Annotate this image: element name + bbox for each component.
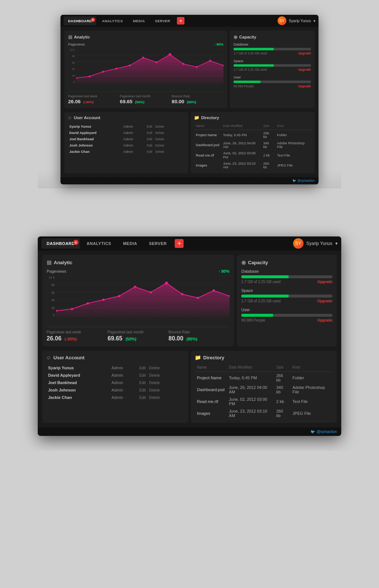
chart-label: Pageviews: [68, 43, 85, 46]
edit-link[interactable]: Edit: [147, 150, 152, 154]
delete-link[interactable]: Delete: [155, 150, 164, 154]
delete-link[interactable]: Delete: [155, 125, 164, 128]
upgrade-space-button-2[interactable]: Upgrade: [317, 299, 332, 303]
stat-pageviews-month-2: Pageviews last month 69.65 (50%): [108, 330, 169, 342]
edit-link[interactable]: Edit: [140, 366, 146, 370]
tab-media-2[interactable]: MEDIA: [118, 238, 142, 249]
svg-point-30: [118, 295, 120, 297]
svg-point-32: [150, 291, 152, 293]
tab-dashboard[interactable]: DASHBOARD 6: [64, 16, 96, 25]
stat-pageviews-month: Pageviews last month 69.65 (50%): [120, 94, 172, 104]
capacity-icon: ◉: [234, 34, 237, 40]
capacity-space-2: Space 1.7 GB of 3.25 GB used Upgrade: [241, 288, 332, 303]
user-account-panel: ☺ User Account Syarip Yunus Admin Edit D…: [64, 112, 188, 174]
table-row: Dashboard.psd June, 26, 2012 04:00 AM 34…: [194, 140, 312, 150]
svg-point-36: [212, 289, 215, 292]
stats-row-2: Pageviews last week 26.06 (-30%) Pagevie…: [47, 327, 229, 342]
user-menu[interactable]: SY Syarip Yunus ▾: [278, 16, 315, 25]
edit-link[interactable]: Edit: [140, 396, 146, 400]
avatar-2: SY: [293, 238, 303, 249]
stats-row: Pageviews last week 26.06 (-30%) Pagevie…: [68, 91, 224, 104]
edit-link[interactable]: Edit: [140, 388, 146, 392]
svg-point-16: [196, 66, 198, 68]
edit-link[interactable]: Edit: [147, 138, 152, 141]
capacity-icon-2: ◉: [241, 259, 246, 265]
table-row: Joel Bankhead Admin Edit Delete: [46, 379, 184, 386]
table-row: Read me.rtf June, 02, 2012 03:00 PM 2 kb…: [195, 396, 333, 407]
progress-bar-database-bg: [234, 48, 311, 50]
nav-bar-2: DASHBOARD 6 ANALYTICS MEDIA SERVER + SY …: [38, 236, 341, 251]
svg-point-12: [142, 57, 144, 58]
edit-link[interactable]: Edit: [147, 125, 152, 128]
upgrade-user-button-2[interactable]: Upgrade: [317, 318, 332, 322]
chart-percent: ↑ 80%: [214, 43, 224, 46]
svg-point-29: [102, 299, 104, 301]
svg-point-33: [165, 282, 168, 285]
svg-point-31: [134, 286, 136, 288]
user-name-2: Syarip Yunus: [306, 241, 333, 246]
delete-link[interactable]: Delete: [155, 131, 164, 135]
add-tab-button[interactable]: +: [177, 17, 184, 24]
svg-point-9: [102, 71, 104, 73]
table-row: Images June, 23, 2012 03:10 AM 260 kb JP…: [194, 160, 312, 170]
user-menu-2[interactable]: SY Syarip Yunus ▾: [293, 238, 338, 249]
svg-point-28: [87, 302, 89, 305]
dashboard-2: DASHBOARD 6 ANALYTICS MEDIA SERVER + SY …: [38, 236, 341, 436]
chart-label-2: Pageviews: [47, 269, 66, 273]
capacity-space-info: 1.7 GB of 3.25 GB used Upgrade: [234, 68, 311, 71]
chart-svg: [76, 48, 224, 83]
delete-link[interactable]: Delete: [155, 138, 164, 141]
table-row: David Appleyard Admin Edit Delete: [46, 372, 184, 379]
tab-server[interactable]: SERVER: [151, 16, 175, 25]
twitter-handle-2: @syinaction: [316, 430, 337, 434]
upgrade-user-button[interactable]: Upgrade: [298, 84, 311, 88]
table-row: Josh Johnson Admin Edit Delete: [67, 142, 185, 148]
delete-link[interactable]: Delete: [149, 381, 160, 385]
upgrade-database-button[interactable]: Upgrade: [298, 51, 311, 55]
svg-point-17: [209, 60, 211, 62]
table-row: Read me.rtf June, 02, 2012 03:00 PM 2 kb…: [194, 150, 312, 160]
delete-link[interactable]: Delete: [149, 388, 160, 392]
table-row: David Appleyard Admin Edit Delete: [67, 130, 185, 136]
directory-title-2: 📁 Directory: [195, 355, 333, 360]
folder-icon-2: 📁: [195, 355, 201, 360]
add-tab-button-2[interactable]: +: [175, 239, 184, 248]
tab-analytics[interactable]: ANALYTICS: [98, 16, 127, 25]
progress-bar-database-bg-2: [241, 275, 332, 278]
capacity-user: User 99.989 People Upgrade: [234, 75, 311, 88]
edit-link[interactable]: Edit: [147, 131, 152, 135]
directory-panel: 📁 Directory Name Date Modified Size Kind…: [191, 112, 315, 174]
svg-point-27: [71, 308, 73, 310]
upgrade-database-button-2[interactable]: Upgrade: [317, 280, 332, 284]
progress-bar-space-fill: [234, 64, 274, 67]
main-content-2: ▤ Analytic Pageviews ↑ 80% 10 k 8k 6k 4k…: [38, 251, 341, 351]
directory-table: Name Date Modified Size Kind Project Nam…: [194, 123, 312, 170]
tab-server-2[interactable]: SERVER: [144, 238, 172, 249]
tab-dashboard-2[interactable]: DASHBOARD 6: [41, 238, 80, 249]
chart-area: 10 k 8k 6k 4k 2k 0: [68, 48, 224, 89]
footer-bar-2: 🐦 @syinaction: [38, 427, 341, 436]
analytic-title: ▤ Analytic: [68, 34, 224, 40]
table-row: Jackie Chan Admin Edit Delete: [67, 148, 185, 155]
svg-point-11: [129, 64, 131, 66]
nav-bar: DASHBOARD 6 ANALYTICS MEDIA SERVER + SY …: [61, 15, 319, 27]
edit-link[interactable]: Edit: [140, 373, 146, 377]
progress-bar-user-fill: [234, 81, 261, 83]
delete-link[interactable]: Delete: [155, 144, 164, 147]
edit-link[interactable]: Edit: [147, 144, 152, 147]
tab-analytics-2[interactable]: ANALYTICS: [81, 238, 116, 249]
chart-percent-2: ↑ 80%: [218, 269, 229, 273]
user-account-title-2: ☺ User Account: [46, 355, 184, 360]
delete-link[interactable]: Delete: [149, 366, 160, 370]
delete-link[interactable]: Delete: [149, 396, 160, 400]
tab-media[interactable]: MEDIA: [128, 16, 149, 25]
analytic-title-2: ▤ Analytic: [47, 259, 229, 265]
progress-bar-database-fill: [234, 48, 274, 50]
delete-link[interactable]: Delete: [149, 373, 160, 377]
user-icon: ☺: [67, 115, 72, 120]
svg-point-15: [182, 63, 184, 65]
edit-link[interactable]: Edit: [140, 381, 146, 385]
capacity-database: Database 1.7 GB of 3.25 GB used Upgrade: [234, 43, 311, 55]
svg-point-14: [169, 53, 171, 56]
upgrade-space-button[interactable]: Upgrade: [298, 68, 311, 71]
